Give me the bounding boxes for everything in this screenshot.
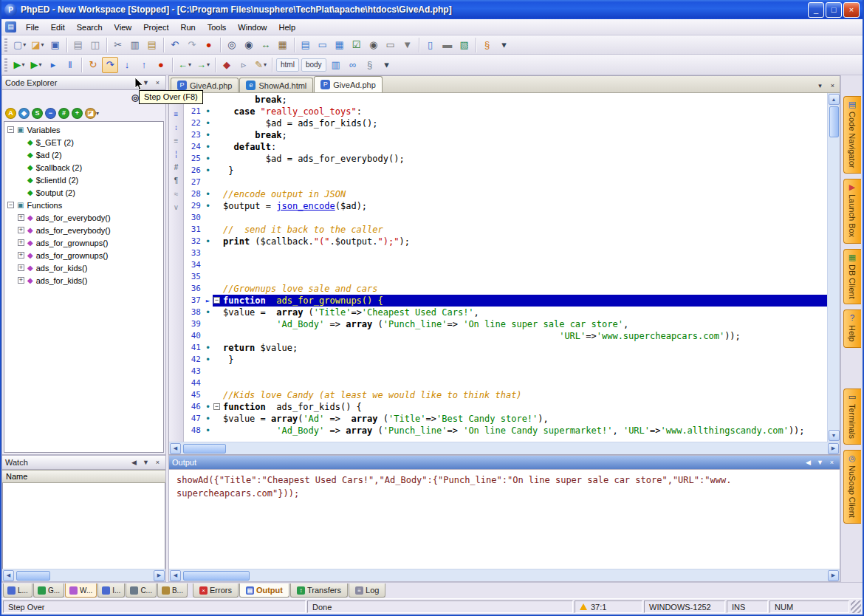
- insert-image-button[interactable]: ▧: [456, 37, 473, 53]
- insert-dropdown-button[interactable]: ▼: [400, 37, 416, 53]
- sort-alpha-button[interactable]: A: [5, 108, 16, 119]
- menu-item-help[interactable]: Help: [272, 21, 301, 34]
- run-profiler-button[interactable]: ▹: [236, 57, 252, 73]
- tree-expander-icon[interactable]: −: [7, 126, 14, 133]
- stop-debug-button[interactable]: ●: [153, 57, 169, 73]
- code-line[interactable]: 29•$output = json_encode($ad);: [184, 200, 827, 212]
- tree-item-ads-for-grownups[interactable]: +◆ads_for_grownups(): [4, 249, 163, 261]
- body-tag-button[interactable]: body: [301, 58, 326, 72]
- step-over-button[interactable]: ↷: [102, 57, 118, 73]
- minimize-button[interactable]: _: [808, 2, 824, 18]
- document-tab-givead-php[interactable]: PGiveAd.php: [314, 76, 382, 92]
- code-line[interactable]: 22• $ad = ads_for_kids();: [184, 117, 827, 129]
- scrollbar-thumb[interactable]: [829, 106, 839, 137]
- panel-tab-c[interactable]: C...: [126, 584, 157, 598]
- html-tag-button[interactable]: html: [276, 58, 299, 72]
- tree-item-ads-for-everybody[interactable]: +◆ads_for_everybody(): [4, 211, 163, 224]
- menu-item-file[interactable]: File: [20, 21, 45, 34]
- output-body[interactable]: showAd({"Title":"Cheapest Used Cars!","A…: [169, 470, 840, 569]
- tree-item-get-2[interactable]: ◆$_GET (2): [4, 136, 163, 148]
- open-file-button[interactable]: ◪▾: [29, 37, 46, 53]
- find-in-files-button[interactable]: ◉: [241, 37, 257, 53]
- find-button[interactable]: ◎: [224, 37, 240, 53]
- print-button[interactable]: ▤: [70, 37, 86, 53]
- scroll-left-button[interactable]: ◀: [3, 570, 14, 581]
- menu-item-search[interactable]: Search: [71, 21, 109, 34]
- word-wrap-button[interactable]: ≈: [171, 188, 182, 199]
- code-lines[interactable]: 20 break;21• case "really_cool_toys":22•…: [184, 93, 827, 442]
- undo-button[interactable]: ↶: [167, 37, 183, 53]
- code-line[interactable]: 44: [184, 377, 827, 389]
- close-button[interactable]: ×: [843, 2, 860, 18]
- step-into-button[interactable]: ↓: [119, 57, 135, 73]
- close-icon[interactable]: ×: [827, 459, 837, 466]
- code-line[interactable]: 45//Kids love Candy (at least we would l…: [184, 389, 827, 401]
- close-document-icon[interactable]: ×: [828, 82, 837, 89]
- collapse-icon[interactable]: ◀: [129, 459, 139, 466]
- code-line[interactable]: 40 'URL'=>'www.supercheapcars.com'));: [184, 330, 827, 342]
- watch-horizontal-scrollbar[interactable]: ◀ ▶: [2, 569, 165, 581]
- step-out-button[interactable]: ↑: [136, 57, 152, 73]
- panel-tab-w[interactable]: W...: [65, 584, 97, 598]
- code-line[interactable]: 23• break;: [184, 129, 827, 141]
- insert-radio-button[interactable]: ◉: [366, 37, 382, 53]
- show-private-button[interactable]: −: [45, 108, 56, 119]
- show-statics-button[interactable]: S: [32, 108, 43, 119]
- pin-icon[interactable]: ▼: [815, 459, 825, 466]
- stop-button[interactable]: ●: [201, 37, 217, 53]
- new-html-button[interactable]: ▭: [315, 37, 331, 53]
- cut-button[interactable]: ✂: [110, 37, 126, 53]
- tree-item-ad-2[interactable]: ◆$ad (2): [4, 148, 163, 161]
- side-tab-terminals[interactable]: ▭Terminals: [843, 389, 861, 445]
- close-icon[interactable]: ×: [153, 459, 162, 466]
- bookmark-list-button[interactable]: ≡: [171, 109, 182, 120]
- copy-html-button[interactable]: ▥: [328, 57, 344, 73]
- show-defines-button[interactable]: #: [58, 108, 69, 119]
- side-tab-nusoap-client[interactable]: ◎NuSoap Client: [843, 450, 861, 524]
- hyperlink-button[interactable]: ∞: [345, 57, 361, 73]
- code-line[interactable]: 24• default:: [184, 141, 827, 153]
- code-line[interactable]: 35: [184, 271, 827, 283]
- tree-item-ads-for-grownups[interactable]: +◆ads_for_grownups(): [4, 236, 163, 249]
- code-line[interactable]: 32•print ($callback."(".$output.");");: [184, 236, 827, 247]
- menu-item-window[interactable]: Window: [232, 21, 272, 34]
- reload-button[interactable]: ↻: [85, 57, 101, 73]
- menu-item-tools[interactable]: Tools: [202, 21, 233, 34]
- insert-checkbox-button[interactable]: ☑: [349, 37, 365, 53]
- scroll-up-button[interactable]: ▲: [829, 94, 840, 105]
- sort-lines-button[interactable]: ↕: [171, 122, 182, 133]
- forward-button[interactable]: →▾: [194, 57, 212, 73]
- tree-item-ads-for-everybody[interactable]: +◆ads_for_everybody(): [4, 224, 163, 236]
- toolbar-grip[interactable]: [4, 58, 7, 72]
- menu-item-project[interactable]: Project: [137, 21, 174, 34]
- fold-collapse-icon[interactable]: −: [213, 403, 220, 410]
- code-line[interactable]: 25• $ad = ads_for_everybody();: [184, 153, 827, 165]
- collapse-icon[interactable]: ◀: [803, 459, 813, 466]
- maximize-button[interactable]: □: [826, 2, 842, 18]
- code-line[interactable]: 36//Grownups love sale and cars: [184, 283, 827, 295]
- collapse-all-button[interactable]: ∨: [171, 202, 182, 213]
- code-line[interactable]: 27: [184, 177, 827, 188]
- code-line[interactable]: 47•$value = array('Ad' => array ('Title'…: [184, 413, 827, 425]
- watch-name-column-header[interactable]: Name: [2, 470, 165, 483]
- tree-item-ads-for-kids[interactable]: +◆ads_for_kids(): [4, 261, 163, 274]
- print-preview-button[interactable]: ◫: [87, 37, 103, 53]
- back-button[interactable]: ←▾: [176, 57, 193, 73]
- message-tab-log[interactable]: ≡Log: [349, 584, 385, 598]
- tree-expander-icon[interactable]: +: [18, 227, 24, 233]
- fold-collapse-icon[interactable]: −: [213, 297, 220, 304]
- scroll-left-button[interactable]: ◀: [170, 443, 181, 454]
- message-tab-errors[interactable]: ×Errors: [193, 584, 239, 598]
- scroll-left-button[interactable]: ◀: [170, 570, 181, 581]
- scroll-right-button[interactable]: ▶: [154, 570, 165, 581]
- line-properties-button[interactable]: ≡: [171, 135, 182, 146]
- side-tab-launch-box[interactable]: ▶Launch Box: [843, 179, 861, 243]
- scrollbar-thumb[interactable]: [183, 571, 250, 581]
- paste-button[interactable]: ▤: [144, 37, 160, 53]
- code-line[interactable]: 30: [184, 212, 827, 224]
- scrollbar-thumb[interactable]: [183, 444, 226, 454]
- code-line[interactable]: 20 break;: [184, 94, 827, 106]
- copy-button[interactable]: ▥: [127, 37, 143, 53]
- redo-button[interactable]: ↷: [184, 37, 200, 53]
- scroll-down-button[interactable]: ▼: [829, 430, 840, 441]
